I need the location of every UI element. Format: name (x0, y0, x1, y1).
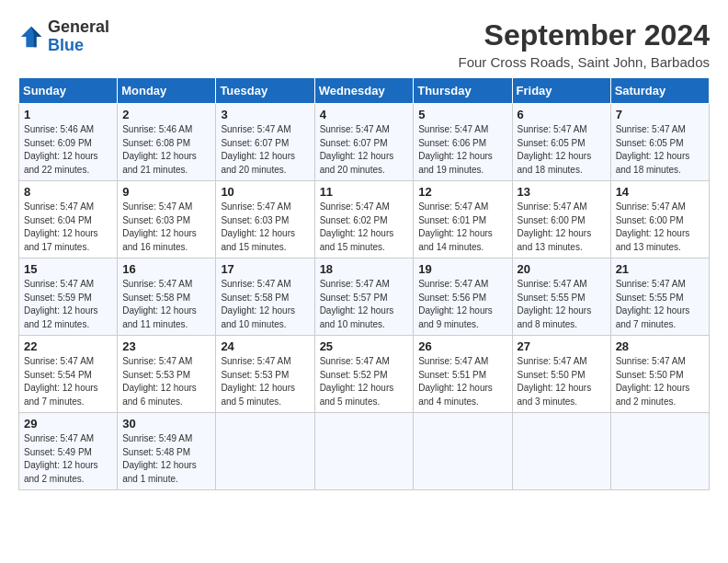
day-number: 22 (24, 339, 112, 353)
table-row: 27 Sunrise: 5:47 AMSunset: 5:50 PMDaylig… (512, 336, 610, 413)
day-info: Sunrise: 5:47 AMSunset: 5:57 PMDaylight:… (320, 278, 409, 331)
title-block: September 2024 Four Cross Roads, Saint J… (459, 18, 710, 70)
day-number: 26 (418, 339, 506, 353)
day-number: 12 (418, 185, 506, 199)
col-tuesday: Tuesday (216, 78, 314, 104)
col-monday: Monday (118, 78, 216, 104)
day-number: 3 (221, 108, 309, 121)
day-info: Sunrise: 5:46 AMSunset: 6:09 PMDaylight:… (24, 123, 112, 177)
table-row: 13 Sunrise: 5:47 AMSunset: 6:00 PMDaylig… (512, 181, 610, 259)
table-row: 15 Sunrise: 5:47 AMSunset: 5:59 PMDaylig… (19, 259, 118, 336)
col-thursday: Thursday (414, 78, 512, 104)
table-row: 18 Sunrise: 5:47 AMSunset: 5:57 PMDaylig… (314, 259, 414, 336)
month-title: September 2024 (459, 18, 710, 52)
day-info: Sunrise: 5:47 AMSunset: 6:07 PMDaylight:… (221, 123, 309, 177)
day-info: Sunrise: 5:47 AMSunset: 5:59 PMDaylight:… (24, 278, 112, 331)
day-number: 19 (418, 262, 506, 276)
day-info: Sunrise: 5:47 AMSunset: 5:55 PMDaylight:… (518, 278, 606, 331)
table-row: 2 Sunrise: 5:46 AMSunset: 6:08 PMDayligh… (118, 104, 216, 181)
day-number: 13 (518, 185, 606, 199)
table-row: 30 Sunrise: 5:49 AMSunset: 5:48 PMDaylig… (118, 413, 216, 490)
table-row: 16 Sunrise: 5:47 AMSunset: 5:58 PMDaylig… (118, 259, 216, 336)
table-row (414, 413, 512, 490)
table-row: 20 Sunrise: 5:47 AMSunset: 5:55 PMDaylig… (512, 259, 610, 336)
day-number: 30 (122, 417, 210, 431)
table-row: 26 Sunrise: 5:47 AMSunset: 5:51 PMDaylig… (414, 336, 512, 413)
day-number: 23 (122, 339, 210, 353)
table-row: 3 Sunrise: 5:47 AMSunset: 6:07 PMDayligh… (216, 104, 314, 181)
table-row: 1 Sunrise: 5:46 AMSunset: 6:09 PMDayligh… (19, 104, 118, 181)
table-row: 4 Sunrise: 5:47 AMSunset: 6:07 PMDayligh… (314, 104, 414, 181)
table-row: 21 Sunrise: 5:47 AMSunset: 5:55 PMDaylig… (610, 259, 709, 336)
day-number: 21 (616, 262, 704, 276)
day-info: Sunrise: 5:47 AMSunset: 6:01 PMDaylight:… (418, 201, 506, 254)
table-row: 7 Sunrise: 5:47 AMSunset: 6:05 PMDayligh… (610, 104, 709, 181)
day-number: 15 (24, 262, 112, 276)
logo-text: General Blue (48, 18, 109, 55)
table-row: 12 Sunrise: 5:47 AMSunset: 6:01 PMDaylig… (414, 181, 512, 259)
calendar-week-row: 22 Sunrise: 5:47 AMSunset: 5:54 PMDaylig… (19, 336, 710, 413)
day-info: Sunrise: 5:47 AMSunset: 5:50 PMDaylight:… (616, 355, 704, 408)
table-row: 17 Sunrise: 5:47 AMSunset: 5:58 PMDaylig… (216, 259, 314, 336)
day-info: Sunrise: 5:47 AMSunset: 6:00 PMDaylight:… (518, 201, 606, 254)
col-wednesday: Wednesday (314, 78, 414, 104)
day-number: 1 (24, 108, 112, 121)
day-number: 17 (221, 262, 309, 276)
table-row: 23 Sunrise: 5:47 AMSunset: 5:53 PMDaylig… (118, 336, 216, 413)
col-saturday: Saturday (610, 78, 709, 104)
day-info: Sunrise: 5:47 AMSunset: 6:00 PMDaylight:… (616, 201, 704, 254)
day-info: Sunrise: 5:47 AMSunset: 6:06 PMDaylight:… (418, 123, 506, 177)
table-row: 8 Sunrise: 5:47 AMSunset: 6:04 PMDayligh… (19, 181, 118, 259)
day-number: 14 (616, 185, 704, 199)
day-info: Sunrise: 5:46 AMSunset: 6:08 PMDaylight:… (122, 123, 210, 177)
table-row: 29 Sunrise: 5:47 AMSunset: 5:49 PMDaylig… (19, 413, 118, 490)
col-sunday: Sunday (19, 78, 118, 104)
table-row: 24 Sunrise: 5:47 AMSunset: 5:53 PMDaylig… (216, 336, 314, 413)
day-number: 6 (518, 108, 606, 121)
day-number: 5 (418, 108, 506, 121)
logo-general: General (48, 17, 109, 36)
day-info: Sunrise: 5:47 AMSunset: 5:58 PMDaylight:… (221, 278, 309, 331)
table-row: 9 Sunrise: 5:47 AMSunset: 6:03 PMDayligh… (118, 181, 216, 259)
day-number: 10 (221, 185, 309, 199)
table-row (216, 413, 314, 490)
day-info: Sunrise: 5:47 AMSunset: 5:54 PMDaylight:… (24, 355, 112, 408)
calendar-week-row: 8 Sunrise: 5:47 AMSunset: 6:04 PMDayligh… (19, 181, 710, 259)
day-info: Sunrise: 5:47 AMSunset: 5:51 PMDaylight:… (418, 355, 506, 408)
table-row: 28 Sunrise: 5:47 AMSunset: 5:50 PMDaylig… (610, 336, 709, 413)
calendar-table: Sunday Monday Tuesday Wednesday Thursday… (18, 77, 710, 490)
day-info: Sunrise: 5:47 AMSunset: 5:56 PMDaylight:… (418, 278, 506, 331)
header: General Blue September 2024 Four Cross R… (18, 18, 710, 70)
day-number: 16 (122, 262, 210, 276)
day-info: Sunrise: 5:47 AMSunset: 6:03 PMDaylight:… (221, 201, 309, 254)
table-row (314, 413, 414, 490)
day-number: 20 (518, 262, 606, 276)
day-number: 24 (221, 339, 309, 353)
table-row: 5 Sunrise: 5:47 AMSunset: 6:06 PMDayligh… (414, 104, 512, 181)
day-info: Sunrise: 5:47 AMSunset: 6:04 PMDaylight:… (24, 201, 112, 254)
logo: General Blue (18, 18, 109, 55)
day-number: 8 (24, 185, 112, 199)
day-info: Sunrise: 5:47 AMSunset: 6:05 PMDaylight:… (616, 123, 704, 177)
calendar-week-row: 29 Sunrise: 5:47 AMSunset: 5:49 PMDaylig… (19, 413, 710, 490)
table-row: 19 Sunrise: 5:47 AMSunset: 5:56 PMDaylig… (414, 259, 512, 336)
table-row: 14 Sunrise: 5:47 AMSunset: 6:00 PMDaylig… (610, 181, 709, 259)
location-title: Four Cross Roads, Saint John, Barbados (459, 54, 710, 70)
day-info: Sunrise: 5:47 AMSunset: 5:55 PMDaylight:… (616, 278, 704, 331)
table-row (512, 413, 610, 490)
day-info: Sunrise: 5:47 AMSunset: 5:52 PMDaylight:… (320, 355, 409, 408)
col-friday: Friday (512, 78, 610, 104)
table-row: 10 Sunrise: 5:47 AMSunset: 6:03 PMDaylig… (216, 181, 314, 259)
day-number: 29 (24, 417, 112, 431)
day-number: 28 (616, 339, 704, 353)
logo-icon (18, 24, 44, 50)
day-info: Sunrise: 5:47 AMSunset: 6:03 PMDaylight:… (122, 201, 210, 254)
day-number: 4 (320, 108, 409, 121)
table-row: 25 Sunrise: 5:47 AMSunset: 5:52 PMDaylig… (314, 336, 414, 413)
page-container: General Blue September 2024 Four Cross R… (18, 18, 710, 490)
table-row: 22 Sunrise: 5:47 AMSunset: 5:54 PMDaylig… (19, 336, 118, 413)
day-info: Sunrise: 5:47 AMSunset: 6:02 PMDaylight:… (320, 201, 409, 254)
day-number: 27 (518, 339, 606, 353)
day-number: 18 (320, 262, 409, 276)
calendar-header-row: Sunday Monday Tuesday Wednesday Thursday… (19, 78, 710, 104)
